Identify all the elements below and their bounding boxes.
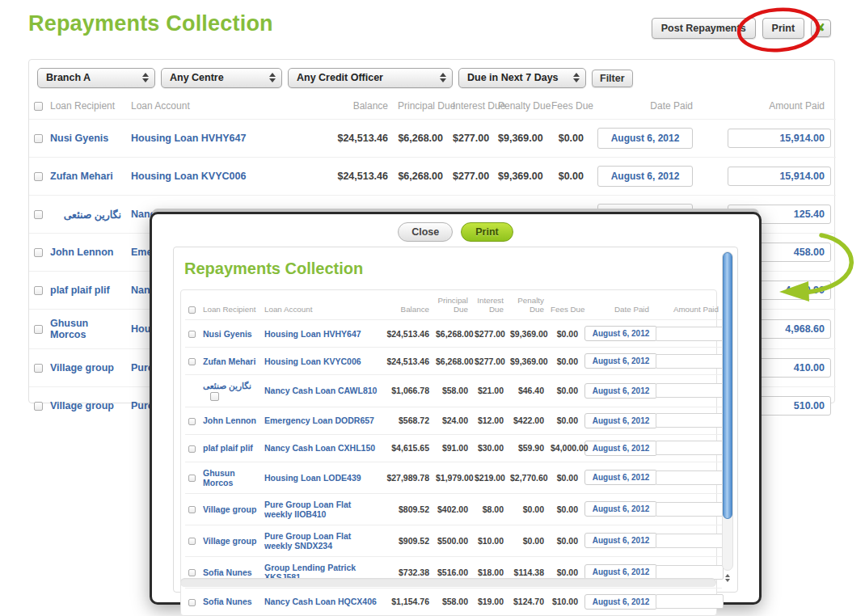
interest-due-value: $30.00 [471, 434, 507, 462]
date-paid-field[interactable]: August 6, 2012 [584, 383, 657, 399]
row-checkbox[interactable] [188, 358, 196, 365]
preview-table-box: Loan Recipient Loan Account Balance Prin… [180, 289, 717, 616]
balance-value: $24,513.46 [382, 320, 432, 348]
loan-account-link[interactable]: Housing Loan KVYC006 [261, 348, 382, 375]
loan-account-link[interactable]: Emergency Loan DODR657 [261, 407, 382, 434]
branch-select[interactable]: Branch A [37, 68, 155, 88]
col-fees-due: Fees Due [547, 290, 581, 320]
principal-due-value: $91.00 [432, 434, 471, 462]
vertical-scrollbar[interactable] [722, 251, 733, 571]
loan-account-link[interactable]: Housing Loan HVHY647 [261, 320, 382, 348]
col-penalty-due: Penalty Due [493, 93, 546, 120]
row-checkbox[interactable] [188, 538, 196, 545]
col-principal-due: Principal Due [432, 290, 471, 320]
date-paid-field[interactable]: August 6, 2012 [584, 594, 657, 610]
amount-paid-input[interactable] [656, 502, 724, 517]
row-checkbox[interactable] [34, 210, 43, 219]
loan-recipient: نگارین صنئعی [45, 196, 126, 234]
row-checkbox[interactable] [34, 134, 43, 143]
fees-due-value: $0.00 [547, 407, 581, 434]
amount-paid-input[interactable] [728, 129, 831, 148]
select-all-checkbox[interactable] [188, 306, 196, 314]
loan-account-link[interactable]: Pure Group Loan Flat weekly SNDX234 [261, 525, 382, 556]
date-paid-field[interactable]: August 6, 2012 [584, 501, 657, 517]
row-checkbox[interactable] [34, 248, 43, 257]
row-checkbox[interactable] [188, 599, 196, 606]
principal-due-value: $58.00 [432, 375, 471, 407]
scrollbar-arrow-buttons[interactable] [723, 572, 732, 587]
export-excel-button[interactable]: ✘ [811, 19, 831, 37]
credit-officer-select[interactable]: Any Credit Officer [288, 68, 453, 88]
select-all-checkbox[interactable] [34, 102, 43, 111]
col-interest-due: Interest Due [471, 290, 507, 320]
due-period-select[interactable]: Due in Next 7 Days [458, 68, 586, 88]
loan-account-link[interactable]: Pure Group Loan Flat weekly IIOB410 [261, 493, 382, 525]
interest-due-value: $219.00 [471, 462, 507, 493]
row-checkbox[interactable] [188, 445, 196, 453]
interest-due-value: $277.00 [448, 158, 493, 196]
loan-account-link[interactable]: Housing Loan LODE439 [261, 462, 382, 493]
print-button[interactable]: Print [762, 18, 804, 39]
loan-account-link[interactable]: Housing Loan HVHY647 [126, 120, 328, 158]
loan-account-link[interactable]: Nancy Cash Loan HQCX406 [261, 588, 382, 615]
amount-paid-input[interactable] [656, 354, 724, 369]
date-paid-field[interactable]: August 6, 2012 [584, 413, 657, 428]
branch-select-value: Branch A [46, 72, 91, 83]
centre-select[interactable]: Any Centre [161, 68, 282, 88]
interest-due-value: $277.00 [448, 120, 493, 158]
penalty-due-value: $9,369.00 [493, 158, 546, 196]
date-paid-field[interactable]: August 6, 2012 [584, 470, 657, 485]
col-loan-recipient: Loan Recipient [200, 290, 261, 320]
amount-paid-input[interactable] [656, 383, 724, 398]
amount-paid-input[interactable] [656, 534, 724, 548]
close-button[interactable]: Close [398, 222, 453, 242]
fees-due-value: $0.00 [547, 320, 581, 348]
post-repayments-button[interactable]: Post Repayments [652, 18, 756, 39]
table-row: Ghusun Morcos Housing Loan LODE439 $27,9… [185, 462, 722, 493]
row-checkbox[interactable] [34, 402, 43, 411]
table-row: John Lennon Emergency Loan DODR657 $568.… [185, 407, 722, 434]
loan-account-link[interactable]: Nancy Cash Loan CAWL810 [261, 375, 382, 407]
row-checkbox[interactable] [34, 364, 43, 373]
date-paid-field[interactable]: August 6, 2012 [584, 441, 657, 456]
interest-due-value: $12.00 [471, 407, 507, 434]
date-paid-field[interactable]: August 6, 2012 [584, 353, 657, 369]
row-checkbox[interactable] [188, 418, 196, 425]
loan-recipient: Zufan Mehari [45, 158, 126, 196]
amount-paid-input[interactable] [656, 594, 724, 609]
amount-paid-input[interactable] [656, 327, 724, 341]
loan-account-link[interactable]: Housing Loan KVYC006 [126, 158, 328, 196]
modal-print-button[interactable]: Print [461, 222, 513, 242]
loan-recipient: Nusi Gyenis [200, 320, 261, 348]
date-paid-field[interactable]: August 6, 2012 [584, 326, 657, 341]
amount-paid-input[interactable] [728, 167, 831, 186]
row-checkbox[interactable] [188, 506, 196, 513]
date-paid-field[interactable]: August 6, 2012 [597, 128, 693, 149]
loan-recipient: Village group [200, 493, 261, 525]
row-checkbox[interactable] [188, 569, 196, 576]
table-row: Zufan Mehari Housing Loan KVYC006 $24,51… [185, 348, 722, 375]
filter-button[interactable]: Filter [592, 70, 633, 87]
horizontal-scrollbar[interactable] [180, 578, 716, 587]
loan-account-link[interactable]: Nancy Cash Loan CXHL150 [261, 434, 382, 462]
export-excel-icon: ✘ [816, 22, 826, 34]
loan-recipient: Sofia Nunes [200, 588, 261, 615]
penalty-due-value: $0.00 [507, 525, 547, 556]
fees-due-value: $0.00 [546, 120, 589, 158]
row-checkbox[interactable] [34, 172, 43, 181]
row-checkbox[interactable] [188, 331, 196, 338]
row-checkbox[interactable] [188, 475, 196, 482]
amount-paid-input[interactable] [656, 413, 724, 428]
row-checkbox[interactable] [34, 325, 43, 334]
principal-due-value: $6,268.00 [393, 158, 448, 196]
table-row: Nusi Gyenis Housing Loan HVHY647 $24,513… [185, 320, 722, 348]
amount-paid-input[interactable] [656, 470, 724, 485]
date-paid-field[interactable]: August 6, 2012 [584, 533, 657, 548]
col-amount-paid: Amount Paid [698, 93, 836, 120]
amount-paid-input[interactable] [656, 441, 724, 455]
row-checkbox[interactable] [34, 286, 43, 295]
date-paid-field[interactable]: August 6, 2012 [597, 166, 693, 187]
interest-due-value: $8.00 [471, 493, 507, 525]
scrollbar-thumb[interactable] [723, 252, 732, 519]
credit-officer-select-value: Any Credit Officer [297, 72, 383, 83]
